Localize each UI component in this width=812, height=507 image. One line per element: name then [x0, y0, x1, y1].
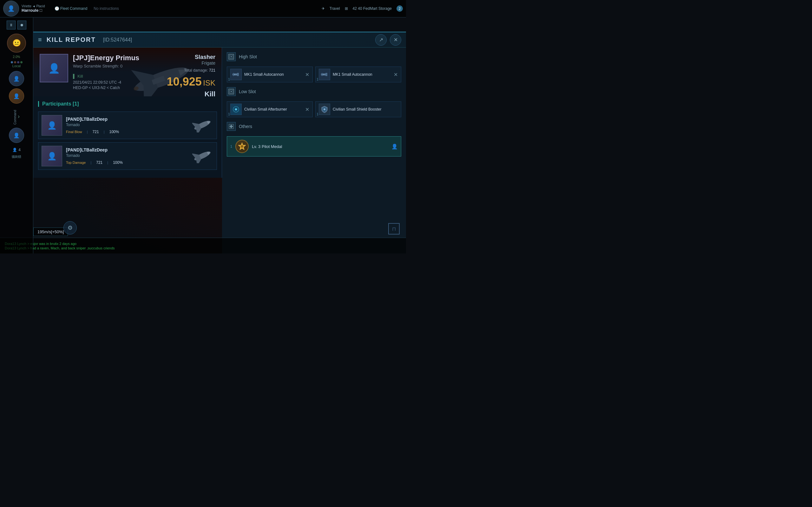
pct-value-2: 100%	[113, 160, 123, 165]
svg-point-24	[322, 74, 323, 75]
fit-item-autocannon-1: 1 MK1 Small Autocannon ✕	[227, 66, 313, 82]
victim-name: [JPJ]Energy Primus	[73, 54, 139, 62]
participant-info-1: [PAND]LTBallzDeep Tornado Final Blow | 7…	[66, 117, 188, 134]
remove-item-1[interactable]: ✕	[305, 72, 309, 78]
sidebar-avatar-2[interactable]: 👤	[9, 89, 24, 104]
victim-avatar: 👤	[40, 54, 68, 82]
pilot-medal-item[interactable]: 1 Lv. 3 Pilot Medal 👤	[227, 136, 401, 157]
pct-value-1: 100%	[109, 130, 119, 134]
top-damage-badge: Top Damage	[66, 161, 86, 164]
participant-name-1: [PAND]LTBallzDeep	[66, 117, 188, 122]
isk-unit: ISK	[203, 78, 215, 87]
svg-point-37	[241, 145, 243, 148]
hud-player-avatar[interactable]: 👤	[3, 1, 19, 16]
participant-name-2: [PAND]LTBallzDeep	[66, 147, 188, 153]
isk-value: 10,925	[167, 75, 202, 88]
medal-qty: 1	[230, 145, 232, 148]
kill-report-body: 👤 [JPJ]Energy Primus Warp Scramble Stren…	[33, 48, 406, 253]
participants-panel: Participants [1] 👤 [PAND]LTBallzDeep Tor…	[33, 96, 222, 178]
hud-player-info: Viriette ◄ Placid Harroule □	[21, 4, 45, 13]
shield-booster-icon	[319, 104, 330, 115]
fit-item-autocannon-2: 1 MK1 Small Autocannon ✕	[315, 66, 401, 82]
item-qty-1: 1	[228, 77, 232, 81]
left-sidebar: ⏸ ⏺ 😐 2.0% Local 👤 👤 Command › 👤 👤 4 骚刺猎	[0, 17, 33, 253]
participant-entry: 👤 [PAND]LTBallzDeep Tornado Final Blow |…	[38, 112, 217, 139]
export-button[interactable]: ↗	[375, 34, 387, 46]
fit-item-shield-booster: 1 Civilian Small Shield Booster	[315, 101, 401, 117]
pause-button[interactable]: ⏸	[7, 20, 15, 30]
autocannon-icon-2	[319, 69, 330, 80]
medal-name: Lv. 3 Pilot Medal	[252, 144, 388, 149]
sidebar-percentage: 2.0%	[13, 55, 20, 59]
others-section: Others 1 Lv. 3 Pilot Medal 👤	[227, 122, 401, 157]
hud-fleet: 🕐 Fleet Command	[55, 6, 88, 11]
participant-stats-1: Final Blow | 721 | 100%	[66, 130, 188, 134]
command-label: Command	[13, 110, 17, 124]
bracket-icon: ⊓	[388, 223, 400, 234]
location-label: 42 40 FedMart Storage	[353, 6, 392, 11]
low-slot-title: Low Slot	[227, 87, 401, 98]
header-actions: ↗ ✕	[375, 34, 401, 46]
kill-report-id: [ID:5247644]	[103, 37, 132, 43]
participant-ship-2: Tornado	[66, 153, 188, 158]
svg-rect-35	[231, 125, 232, 128]
clock-icon: 🕐	[55, 6, 59, 11]
close-button[interactable]: ✕	[390, 34, 401, 46]
ship-type-name: Slasher	[167, 54, 215, 60]
menu-icon[interactable]: ≡	[38, 36, 42, 43]
bottom-bar: Dora13 Lynch > eujor was in brutix 2 day…	[0, 238, 406, 253]
remove-item-2[interactable]: ✕	[394, 72, 398, 78]
sidebar-main-avatar[interactable]: 😐	[7, 34, 26, 53]
participant-stats-2: Top Damage | 721 | 100%	[66, 160, 188, 165]
travel-label: Travel	[329, 6, 340, 11]
player-icon: 👤	[12, 148, 17, 152]
kill-report-header: ≡ KILL REPORT [ID:5247644] ↗ ✕	[33, 32, 406, 48]
others-title: Others	[227, 122, 401, 132]
stat-divider-2: |	[90, 161, 91, 164]
participant-info-2: [PAND]LTBallzDeep Tornado Top Damage | 7…	[66, 147, 188, 165]
participant-avatar-2: 👤	[42, 146, 62, 166]
notif-count: 2	[397, 5, 403, 12]
autocannon-name-1: MK1 Small Autocannon	[244, 72, 303, 77]
afterburner-icon	[230, 104, 242, 115]
record-button[interactable]: ⏺	[17, 20, 26, 30]
hud-player-name: Harroule □	[21, 8, 45, 13]
command-expand-icon[interactable]: ›	[18, 113, 20, 120]
svg-point-32	[323, 108, 325, 110]
local-label: Local	[12, 64, 20, 68]
svg-rect-18	[237, 73, 239, 76]
participant-avatar-1: 👤	[42, 115, 62, 135]
player-list-label: 骚刺猎	[12, 155, 21, 159]
remove-afterburner[interactable]: ✕	[305, 107, 309, 112]
kill-badge: Kill	[73, 74, 83, 78]
victim-sub: Warp Scramble Strength: 0	[73, 64, 139, 68]
afterburner-name: Civilian Small Afterburner	[244, 107, 303, 112]
victim-details: [JPJ]Energy Primus Warp Scramble Strengt…	[73, 54, 139, 90]
speed-indicator: 195m/s[+50%]	[33, 228, 68, 236]
high-slot-section: High Slot 1	[227, 52, 401, 82]
participant-entry-2: 👤 [PAND]LTBallzDeep Tornado Top Damage |…	[38, 142, 217, 170]
participant-ship-icon-2	[191, 148, 213, 164]
filter-icon[interactable]: ⊞	[345, 6, 348, 11]
others-icon	[227, 122, 236, 131]
svg-point-16	[231, 56, 232, 57]
victim-panel: 👤 [JPJ]Energy Primus Warp Scramble Stren…	[33, 48, 222, 96]
participant-ship-icon-1	[191, 118, 213, 133]
afterburner-qty: 1	[228, 112, 232, 116]
final-blow-badge: Final Blow	[66, 130, 82, 134]
top-hud-bar: 👤 Viriette ◄ Placid Harroule □ 🕐 Fleet C…	[0, 0, 406, 17]
hud-avatar-icon: 👤	[8, 5, 14, 12]
fit-item-afterburner: 1 Civilian Small Afterburner ✕	[227, 101, 313, 117]
low-slot-items: 1 Civilian Small Afterburner ✕	[227, 101, 401, 117]
sidebar-avatar-1[interactable]: 👤	[9, 71, 24, 86]
damage-value-2: 721	[96, 160, 102, 165]
high-slot-icon	[227, 52, 236, 61]
svg-rect-22	[325, 73, 327, 76]
gear-button[interactable]: ⚙	[63, 221, 77, 234]
victim-location: HED-GP < UX3-N2 < Catch	[73, 86, 139, 90]
autocannon-icon-1	[230, 69, 242, 80]
ship-class: Frigate	[167, 60, 215, 66]
medal-icon	[235, 140, 249, 153]
sidebar-avatar-3[interactable]: 👤	[9, 128, 24, 143]
hud-subtitle: Viriette ◄ Placid	[21, 4, 45, 8]
